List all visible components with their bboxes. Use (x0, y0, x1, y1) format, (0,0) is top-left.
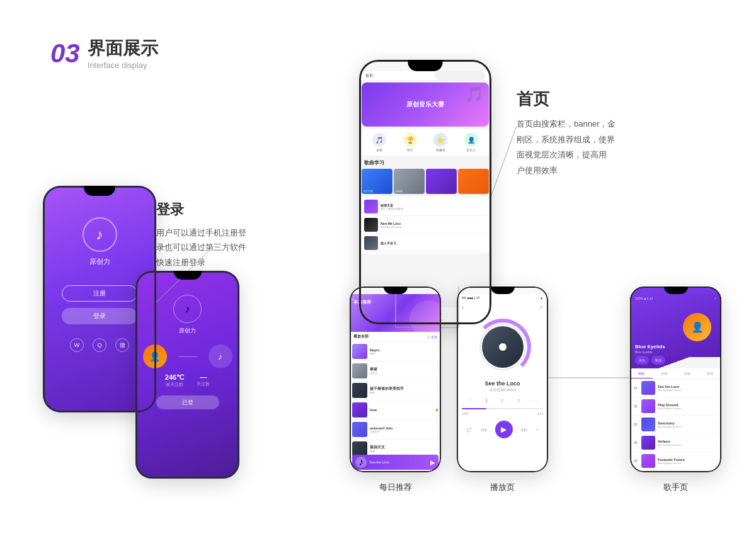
home-search-bar[interactable] (435, 71, 485, 80)
artist-item-3[interactable]: 03 Sanctuary Blue Eyelids-Cartoon ♡ (630, 416, 721, 434)
daily-item-1[interactable]: Neyro 钢琴 ♡ (350, 342, 441, 361)
qq-icon[interactable]: Q (93, 338, 106, 352)
song-sub-2: Blue Eyelids-Cartoon (658, 407, 711, 410)
home-icon-music[interactable]: 🎵 乐团 (372, 133, 386, 152)
player-status-left: 9% ■■■ 1:47 (462, 296, 480, 300)
home-icon-artist[interactable]: 👤 音乐人 (464, 133, 478, 152)
login-desc-body: 用户可以通过手机注册登 录也可以通过第三方软件 快速注册登录 (156, 225, 246, 270)
artist-item-6[interactable]: 06 Herb Blue Eyelids-Cartoon ♡ (630, 470, 721, 472)
player-back-icon[interactable]: ‹ (462, 304, 464, 311)
list-info-3: 超人不会飞 (381, 241, 486, 245)
song-thumb-5 (641, 454, 655, 468)
daily-item-2[interactable]: 拿破 周杰伦 ♡ (350, 361, 441, 381)
song-num-1: 01 (634, 386, 639, 390)
artist-tabs: 歌曲 合辑 专辑 歌词 (630, 368, 721, 379)
icon-label-1: 乐团 (376, 148, 382, 152)
heart-icon-4[interactable]: ♥ (435, 407, 438, 413)
song-heart-3[interactable]: ♡ (714, 422, 718, 427)
section-title-en: Interface display (88, 60, 158, 70)
song-num-2: 02 (634, 404, 639, 408)
player-progress-fill (462, 408, 486, 409)
weibo-icon[interactable]: 微 (115, 338, 129, 352)
daily-nav-btn[interactable]: 三 全选 (427, 335, 437, 339)
home-icon-rank[interactable]: 🏆 排行 (403, 133, 417, 152)
register-button[interactable]: 注册 (62, 285, 137, 302)
list-info-1: 旋律天堂 超千人收听作品推荐 (381, 203, 486, 210)
grid-item-4[interactable] (458, 169, 489, 194)
prev-icon[interactable]: ⏮ (480, 426, 487, 433)
tab-albums[interactable]: 合辑 (653, 368, 675, 378)
home-list-item-3[interactable]: 超人不会飞 (364, 234, 486, 253)
player-time-row: 1:09 3:47 (462, 412, 543, 416)
daily-item-3[interactable]: 超千奢侈的享受拍手 钢琴 ♡ (350, 381, 441, 401)
list-icon[interactable]: ≡ (500, 397, 504, 404)
artist-item-1[interactable]: 01 See the Loco Blue Eyelids-Cartoon ♡ (630, 379, 721, 397)
more-icon[interactable]: ⋯ (531, 397, 537, 404)
home-description: 首页 首页由搜索栏，banner，金 刚区，系统推荐组成，使界 面视觉层次清晰，… (517, 88, 616, 179)
artist-item-5[interactable]: 05 Fantastic Future Blue Eyelids-Cartoon… (630, 452, 721, 470)
next-icon[interactable]: ⏭ (521, 426, 528, 433)
grid-item-2[interactable]: 天际线 (394, 169, 425, 194)
home-icon-fav[interactable]: ⭐ 收藏夹 (433, 133, 447, 152)
login-button[interactable]: 登录 (62, 308, 137, 324)
message-button[interactable]: 私信 (651, 356, 665, 365)
song-sub-4: Blue Eyelids-Cartoon (658, 443, 711, 446)
phone-home-notch (408, 60, 443, 71)
disc-body (482, 326, 524, 368)
music-note-icon: ♪ (96, 227, 103, 243)
daily-caption: 每日推荐 (350, 482, 441, 493)
heart-icon-5[interactable]: ♡ (434, 427, 438, 433)
song-info-2: Play Ground Blue Eyelids-Cartoon (658, 403, 711, 410)
tab-lyrics[interactable]: 歌词 (699, 368, 721, 378)
phone-artist-notch (664, 287, 688, 294)
play-button[interactable]: ▶ (495, 421, 513, 438)
artist-top: 100% ■ 1:14 ↗ 👤 Blue Eyelids Blue Eyelid… (630, 294, 721, 357)
profile-stats: 246℃ 被关注数 — 关注数 (165, 373, 210, 388)
artist-item-2[interactable]: 02 Play Ground Blue Eyelids-Cartoon ♡ (630, 397, 721, 416)
song-heart-2[interactable]: ♡ (714, 404, 718, 409)
heart-icon-2[interactable]: ♡ (434, 368, 438, 374)
daily-item-5[interactable]: unknow7.Adu 未知歌手 ♡ (350, 420, 441, 440)
share-icon[interactable]: ↗ (515, 397, 520, 404)
list-sub-1: 超千人收听作品推荐 (381, 207, 486, 210)
tab-songs[interactable]: 歌曲 (630, 368, 653, 378)
artist-item-4[interactable]: 04 Airhorn Blue Eyelids-Cartoon ♡ (630, 434, 721, 452)
song-heart-5[interactable]: ♡ (714, 458, 718, 463)
list-sub-2: YearGhost-Cartoon (381, 225, 486, 229)
song-sub-1: Blue Eyelids-Cartoon (658, 389, 711, 392)
song-thumb-4 (641, 436, 655, 450)
player-more-icon[interactable]: ≡ (536, 427, 539, 433)
grid-item-1[interactable]: 斗罗大陆 (362, 169, 392, 194)
time-current: 1:09 (462, 412, 468, 416)
disc-center (499, 343, 507, 351)
daily-now-playing[interactable]: ♪ See the Loco ▶ (352, 455, 438, 470)
profile-stat-1: 246℃ 被关注数 (165, 373, 184, 388)
daily-item-4[interactable]: love ♥ (350, 401, 441, 420)
player-disc (474, 319, 531, 375)
follow-button[interactable]: 关注 (635, 356, 649, 365)
profile-login-btn[interactable]: 已登 (156, 395, 219, 409)
grid-item-3[interactable] (426, 169, 457, 194)
player-share-icon[interactable]: ↗ (539, 305, 543, 310)
artist-action-btns: 关注 私信 (635, 356, 665, 365)
home-list-item-2[interactable]: New Me Loco YearGhost-Cartoon (364, 216, 486, 234)
like-icon[interactable]: ♡ (467, 397, 473, 404)
song-sub-5: Blue Eyelids-Cartoon (658, 462, 711, 465)
home-list-item-1[interactable]: 旋律天堂 超千人收听作品推荐 (364, 198, 486, 216)
artist-song-list: 01 See the Loco Blue Eyelids-Cartoon ♡ 0… (630, 379, 721, 472)
player-progress-bar[interactable] (462, 408, 543, 409)
wechat-icon[interactable]: W (70, 338, 84, 352)
heart-icon-6[interactable]: ♡ (434, 446, 438, 452)
tab-album2[interactable]: 专辑 (676, 368, 699, 378)
heart-icon-1[interactable]: ♡ (434, 349, 438, 355)
banner-text: 原创音乐大赛 (406, 100, 444, 109)
play-arrow-icon[interactable]: ▶ (430, 459, 435, 466)
song-heart-4[interactable]: ♡ (714, 440, 718, 445)
phone-home: 首页 原创音乐大赛 🎵 🎵 乐团 🏆 排行 ⭐ 收藏夹 👤 音乐人 (359, 60, 491, 324)
daily-thumb-3 (352, 383, 367, 398)
artist-share-icon[interactable]: ↗ (714, 297, 716, 300)
heart-icon-3[interactable]: ♡ (434, 388, 438, 394)
song-heart-1[interactable]: ♡ (714, 385, 718, 390)
download-icon[interactable]: ⬇ (484, 397, 489, 404)
shuffle-icon[interactable]: ⇄ (466, 426, 472, 434)
